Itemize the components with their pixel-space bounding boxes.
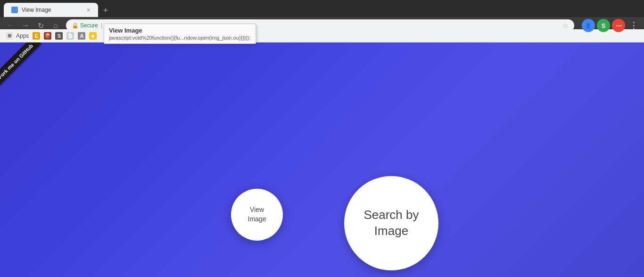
- bookmark-e[interactable]: E: [33, 32, 40, 40]
- github-ribbon[interactable]: Fork me on GitHub: [0, 42, 57, 99]
- search-by-image-circle[interactable]: Search by Image: [344, 176, 438, 270]
- profile-button-green[interactable]: S: [597, 19, 610, 32]
- page-content: Fork me on GitHub View Image Search by I…: [0, 42, 644, 277]
- tab-favicon: [11, 7, 18, 13]
- refresh-button[interactable]: ↻: [34, 19, 47, 32]
- bookmark-pkg[interactable]: 📦: [44, 32, 51, 40]
- tab-label: View Image: [22, 7, 83, 13]
- link-tooltip: View Image javascript:void%20function(){…: [104, 24, 256, 44]
- forward-button[interactable]: →: [19, 19, 32, 32]
- view-image-circle[interactable]: View Image: [231, 189, 283, 241]
- profile-icon-blue: 👤: [585, 23, 592, 29]
- nav-bar: ← → ↻ ⌂ 🔒 Secure | https://d3vr.github.i…: [0, 17, 644, 34]
- view-image-label: View Image: [248, 205, 266, 224]
- browser-chrome: View Image × + ← → ↻ ⌂ 🔒 Secure | https:…: [0, 0, 644, 29]
- secure-label: Secure: [80, 22, 98, 29]
- bookmark-apps-icon[interactable]: ⊞: [6, 32, 13, 40]
- extensions-button[interactable]: ⋯: [612, 19, 625, 32]
- bookmark-doc[interactable]: 📄: [66, 32, 74, 40]
- bookmark-apps-label[interactable]: Apps: [16, 33, 29, 39]
- profile-letter-s: S: [602, 22, 606, 29]
- active-tab[interactable]: View Image ×: [4, 3, 98, 17]
- bookmark-a[interactable]: A: [78, 32, 85, 40]
- bookmark-s[interactable]: S: [55, 32, 63, 40]
- home-button[interactable]: ⌂: [49, 19, 62, 32]
- search-by-image-label: Search by Image: [363, 207, 419, 239]
- bookmark-yellow[interactable]: ■: [89, 32, 97, 40]
- bookmark-star-button[interactable]: ☆: [562, 21, 569, 30]
- secure-icon: 🔒 Secure: [72, 22, 98, 29]
- tooltip-title: View Image: [109, 27, 251, 34]
- tooltip-url: javascript:void%20function(){fu...ndow.o…: [109, 35, 251, 41]
- back-button[interactable]: ←: [4, 19, 17, 32]
- extensions-icon: ⋯: [616, 22, 622, 29]
- tab-close-button[interactable]: ×: [87, 7, 91, 13]
- bookmark-apps: ⊞ Apps: [6, 32, 29, 40]
- profile-button-blue[interactable]: 👤: [582, 19, 595, 32]
- separator: |: [101, 22, 102, 29]
- github-ribbon-label: Fork me on GitHub: [0, 42, 41, 87]
- tab-bar: View Image × +: [0, 0, 644, 17]
- chrome-menu-button[interactable]: ⋮: [627, 19, 640, 32]
- browser-actions: 👤 S ⋯ ⋮: [582, 19, 640, 32]
- circle-container: View Image Search by Image: [0, 42, 644, 277]
- new-tab-button[interactable]: +: [99, 4, 112, 17]
